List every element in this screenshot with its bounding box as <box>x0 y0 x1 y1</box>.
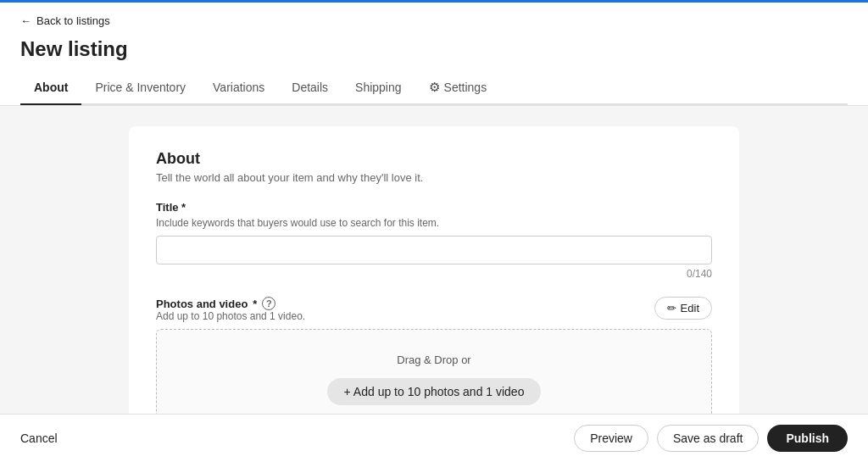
bottom-bar: Cancel Preview Save as draft Publish <box>0 414 868 462</box>
tab-price-inventory[interactable]: Price & Inventory <box>81 71 199 105</box>
page-title: New listing <box>20 31 848 71</box>
save-draft-button[interactable]: Save as draft <box>657 425 760 452</box>
tab-variations[interactable]: Variations <box>199 71 278 105</box>
tab-settings-label: Settings <box>444 81 487 94</box>
back-to-listings-link[interactable]: ← Back to listings <box>20 3 110 31</box>
title-char-count: 0/140 <box>156 268 712 280</box>
tab-about[interactable]: About <box>20 71 81 105</box>
tab-about-label: About <box>34 81 68 94</box>
back-arrow-icon: ← <box>20 14 31 27</box>
tab-details-label: Details <box>292 81 328 94</box>
edit-button[interactable]: ✏ Edit <box>654 297 712 320</box>
photos-hint: Add up to 10 photos and 1 video. <box>156 310 305 322</box>
add-photos-button-label: + Add up to 10 photos and 1 video <box>344 385 525 398</box>
title-field-group: Title * Include keywords that buyers wou… <box>156 201 712 280</box>
photos-field-group: Photos and video * ? Add up to 10 photos… <box>156 297 712 430</box>
back-link-label: Back to listings <box>36 14 110 27</box>
add-photos-button[interactable]: + Add up to 10 photos and 1 video <box>327 378 542 405</box>
photos-required-star: * <box>253 298 257 310</box>
section-description: Tell the world all about your item and w… <box>156 171 712 184</box>
tab-details[interactable]: Details <box>278 71 342 105</box>
title-required-star: * <box>179 201 186 214</box>
photos-help-icon[interactable]: ? <box>262 297 275 310</box>
tab-shipping-label: Shipping <box>355 81 402 94</box>
cancel-button[interactable]: Cancel <box>20 431 58 445</box>
tab-shipping[interactable]: Shipping <box>342 71 415 105</box>
section-title: About <box>156 150 712 168</box>
main-card: About Tell the world all about your item… <box>129 126 739 462</box>
title-hint: Include keywords that buyers would use t… <box>156 217 712 229</box>
edit-button-label: Edit <box>681 302 699 314</box>
tab-variations-label: Variations <box>213 81 264 94</box>
title-label: Title * <box>156 201 712 214</box>
gear-icon: ⚙ <box>429 80 440 95</box>
tab-nav: About Price & Inventory Variations Detai… <box>20 71 848 105</box>
edit-pencil-icon: ✏ <box>667 302 676 314</box>
title-input[interactable] <box>156 236 712 264</box>
publish-button[interactable]: Publish <box>767 425 848 452</box>
drag-text: Drag & Drop or <box>174 353 694 366</box>
preview-button[interactable]: Preview <box>574 425 648 452</box>
tab-settings[interactable]: ⚙ Settings <box>415 71 501 105</box>
tab-price-inventory-label: Price & Inventory <box>95 81 186 94</box>
photos-label: Photos and video * ? <box>156 297 305 310</box>
